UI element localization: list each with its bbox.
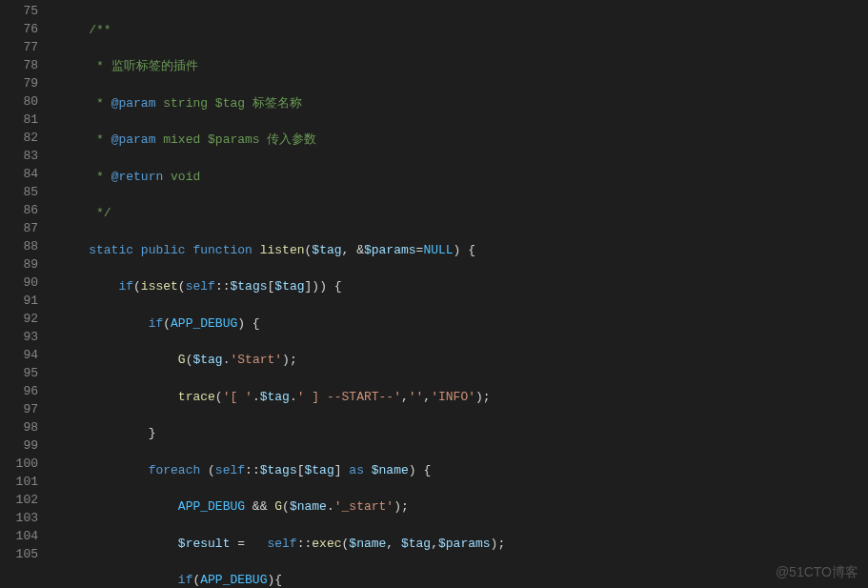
variable: $tag bbox=[401, 537, 431, 551]
line-number: 87 bbox=[0, 219, 38, 237]
line-number: 80 bbox=[0, 92, 38, 111]
line-number: 101 bbox=[0, 473, 38, 491]
code-editor[interactable]: 7576777879808182838485868788899091929394… bbox=[0, 0, 868, 588]
line-number: 98 bbox=[0, 418, 38, 436]
param: $tag bbox=[312, 243, 341, 257]
line-number: 82 bbox=[0, 129, 38, 147]
keyword-public: public bbox=[141, 243, 186, 257]
line-number: 85 bbox=[0, 183, 38, 201]
property: $tags bbox=[231, 279, 268, 294]
line-number: 84 bbox=[0, 165, 38, 183]
function-call: G bbox=[178, 353, 186, 367]
keyword-static: static bbox=[89, 243, 133, 257]
doc-comment: * 监听标签的插件 bbox=[89, 59, 197, 73]
line-number: 77 bbox=[0, 38, 38, 56]
line-number: 102 bbox=[0, 491, 38, 509]
line-number: 76 bbox=[0, 20, 38, 38]
variable: $name bbox=[372, 463, 409, 477]
keyword-as: as bbox=[349, 463, 364, 477]
keyword-self: self bbox=[267, 537, 296, 551]
line-number: 91 bbox=[0, 292, 38, 310]
code-area[interactable]: /** * 监听标签的插件 * @param string $tag 标签名称 … bbox=[51, 0, 868, 588]
line-number: 94 bbox=[0, 346, 38, 364]
line-number: 88 bbox=[0, 237, 38, 255]
keyword-foreach: foreach bbox=[149, 463, 201, 477]
line-number: 97 bbox=[0, 400, 38, 418]
constant: APP_DEBUG bbox=[178, 499, 245, 514]
constant: APP_DEBUG bbox=[171, 316, 237, 331]
string: '_start' bbox=[334, 499, 394, 514]
line-number: 92 bbox=[0, 310, 38, 328]
line-number: 90 bbox=[0, 274, 38, 292]
line-number: 104 bbox=[0, 527, 38, 545]
builtin: isset bbox=[141, 279, 178, 294]
keyword-if: if bbox=[149, 316, 164, 331]
line-number: 93 bbox=[0, 328, 38, 346]
line-number: 79 bbox=[0, 74, 38, 92]
property: $tags bbox=[260, 463, 297, 477]
string: 'Start' bbox=[230, 353, 282, 367]
constant: NULL bbox=[423, 243, 453, 257]
function-call: trace bbox=[178, 390, 215, 404]
variable: $tag bbox=[274, 279, 304, 294]
doc-comment: /** bbox=[89, 23, 111, 37]
function-call: G bbox=[274, 499, 282, 514]
doc-comment: * @param mixed $params 传入参数 bbox=[89, 132, 316, 147]
keyword-function: function bbox=[192, 243, 252, 257]
line-number: 105 bbox=[0, 545, 38, 563]
line-number: 83 bbox=[0, 147, 38, 165]
keyword-if: if bbox=[118, 279, 133, 294]
constant: APP_DEBUG bbox=[200, 573, 267, 587]
param: $params bbox=[364, 243, 416, 257]
variable: $tag bbox=[192, 353, 222, 367]
string: 'INFO' bbox=[431, 390, 475, 404]
line-number-gutter: 7576777879808182838485868788899091929394… bbox=[0, 0, 51, 588]
line-number: 95 bbox=[0, 364, 38, 382]
variable: $tag bbox=[260, 390, 290, 404]
function-name: listen bbox=[260, 243, 305, 257]
line-number: 75 bbox=[0, 2, 38, 20]
variable: $result bbox=[178, 537, 231, 551]
line-number: 103 bbox=[0, 509, 38, 527]
keyword-self: self bbox=[215, 463, 245, 477]
doc-comment: * @return void bbox=[89, 170, 200, 184]
line-number: 96 bbox=[0, 382, 38, 400]
keyword-self: self bbox=[186, 279, 215, 294]
line-number: 100 bbox=[0, 455, 38, 473]
string: '' bbox=[409, 390, 424, 404]
doc-comment: */ bbox=[89, 206, 111, 220]
line-number: 99 bbox=[0, 436, 38, 455]
method-call: exec bbox=[312, 537, 341, 551]
line-number: 78 bbox=[0, 56, 38, 74]
line-number: 89 bbox=[0, 255, 38, 274]
watermark: @51CTO博客 bbox=[776, 562, 858, 582]
line-number: 81 bbox=[0, 111, 38, 129]
string: '[ ' bbox=[223, 390, 252, 404]
doc-comment: * @param string $tag 标签名称 bbox=[89, 96, 302, 111]
variable: $params bbox=[438, 537, 491, 551]
string: ' ] --START--' bbox=[297, 390, 401, 404]
line-number: 86 bbox=[0, 201, 38, 219]
keyword-if: if bbox=[178, 573, 193, 587]
variable: $name bbox=[290, 499, 327, 514]
variable: $tag bbox=[305, 463, 334, 477]
variable: $name bbox=[349, 537, 386, 551]
